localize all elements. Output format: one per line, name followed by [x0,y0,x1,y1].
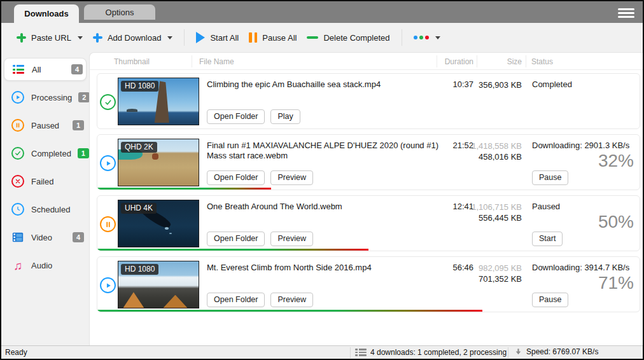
file-name: Final run #1 MAXIAVALANCHE ALPE D'HUEZ 2… [207,141,456,161]
download-row[interactable]: HD 1080 Climbing the epic Am Buachaille … [97,73,640,129]
open-folder-button[interactable]: Open Folder [207,232,265,246]
paste-url-label: Paste URL [31,33,71,43]
size-values: 982,095 KB 701,352 KB [479,263,522,284]
pause-button[interactable]: Pause [532,293,568,307]
duration-value: 56:46 [452,263,473,272]
quality-badge: QHD 2K [121,142,157,153]
size-done: 356,903 KB [479,80,522,90]
preview-button[interactable]: Preview [270,293,312,307]
download-row[interactable]: UHD 4K One Breath Around The World.webm … [97,195,640,251]
size-values: 356,903 KB [479,80,522,90]
row-buttons: Open FolderPlay [207,109,300,124]
list-icon [355,347,367,357]
pause-button[interactable]: Pause [532,170,568,185]
count-badge: 1 [73,120,84,130]
download-row[interactable]: QHD 2K Final run #1 MAXIAVALANCHE ALPE D… [97,134,640,190]
downloads-panel: Thumbnail File Name Duration Size Status… [89,52,643,345]
cross-circle-icon [11,174,25,188]
delete-completed-button[interactable]: Delete Completed [302,29,395,46]
list-icon [11,62,25,76]
duration-value: 21:52 [452,141,473,150]
file-name: Mt. Everest Climb from North Side 2016.m… [207,263,456,273]
chevron-down-icon[interactable] [78,36,83,42]
speed-text: Speed: 6769.07 KB/s [526,347,598,356]
statusbar: Ready 4 downloads: 1 completed, 2 proces… [1,345,643,359]
play-circle-icon [11,90,25,104]
sidebar-item-video[interactable]: Video 4 [1,223,89,251]
table-header: Thumbnail File Name Duration Size Status [90,53,643,70]
sidebar-item-label: Processing [31,93,72,102]
toolbar: Paste URL Add Download Start All Pause A… [1,23,643,52]
sidebar-item-all[interactable]: All 4 [4,58,87,81]
video-thumbnail[interactable]: HD 1080 [118,261,199,308]
plus-icon [93,33,102,43]
check-circle-icon [11,146,25,160]
pause-circle-icon [11,118,25,132]
sidebar-item-failed[interactable]: Failed [1,167,89,195]
size-values: 1,418,558 KB 458,016 KB [472,141,522,162]
body-area: All 4 Processing 2 Paused 1 Completed 1 … [1,52,643,345]
row-buttons: Open FolderPreview [207,293,313,307]
pause-circle-icon [100,216,116,232]
film-icon [11,230,25,244]
open-folder-button[interactable]: Open Folder [207,293,265,307]
chevron-down-icon[interactable] [435,36,440,42]
sidebar-item-audio[interactable]: ♫ Audio [1,251,89,279]
sidebar-item-label: Paused [31,121,59,130]
pause-all-button[interactable]: Pause All [244,29,302,46]
duration-value: 12:41 [452,202,473,211]
video-thumbnail[interactable]: QHD 2K [118,139,199,186]
download-row[interactable]: HD 1080 Mt. Everest Climb from North Sid… [97,256,640,312]
quality-badge: UHD 4K [121,203,157,214]
start-all-button[interactable]: Start All [191,28,244,47]
check-circle-icon [100,94,116,110]
hamburger-menu-icon[interactable] [617,6,635,20]
start-button[interactable]: Start [532,232,563,246]
video-thumbnail[interactable]: UHD 4K [118,200,199,247]
add-download-button[interactable]: Add Download [88,29,178,46]
sidebar-item-label: Failed [31,177,53,186]
toolbar-separator [402,29,402,46]
chevron-down-icon[interactable] [167,36,172,42]
size-total: 1,106,715 KB [472,202,522,212]
tab-options-label: Options [106,8,134,17]
more-actions-button[interactable] [409,29,445,46]
header-separator [437,55,437,67]
sidebar-item-label: All [32,65,41,74]
three-dots-icon [414,36,429,39]
paste-url-button[interactable]: Paste URL [11,29,88,46]
sidebar-item-processing[interactable]: Processing 2 [1,83,89,111]
status-ready-text: Ready [5,348,27,357]
row-buttons: Open FolderPreview [207,170,313,185]
count-badge: 1 [78,148,89,158]
app-window: Downloads Options Paste URL Add Download… [0,0,644,360]
progress-percent: 50% [598,212,634,232]
sidebar-item-paused[interactable]: Paused 1 [1,111,89,139]
preview-button[interactable]: Preview [270,170,312,185]
play-button[interactable]: Play [270,109,300,124]
progress-percent: 71% [598,273,634,293]
tab-options[interactable]: Options [84,4,155,20]
sidebar-item-label: Audio [31,261,52,270]
sidebar: All 4 Processing 2 Paused 1 Completed 1 … [1,52,89,345]
header-separator [192,55,192,67]
open-folder-button[interactable]: Open Folder [207,109,265,124]
sidebar-item-scheduled[interactable]: Scheduled [1,195,89,223]
sidebar-item-completed[interactable]: Completed 1 [1,139,89,167]
open-folder-button[interactable]: Open Folder [207,170,265,185]
tab-downloads[interactable]: Downloads [14,4,79,23]
size-total: 982,095 KB [479,263,522,273]
size-done: 556,445 KB [472,212,522,223]
play-icon [196,32,205,43]
progress-bar [97,249,368,251]
size-values: 1,106,715 KB 556,445 KB [472,202,522,223]
downloads-summary: 4 downloads: 1 completed, 2 processing [355,347,507,357]
progress-bar [97,188,271,190]
status-text: Downloading: 3914.7 KB/s [532,263,629,272]
plus-icon [17,33,26,43]
status-text: Completed [532,80,572,89]
statusbar-separator [350,347,351,358]
video-thumbnail[interactable]: HD 1080 [118,78,199,125]
preview-button[interactable]: Preview [270,232,312,246]
progress-bar [97,310,482,312]
